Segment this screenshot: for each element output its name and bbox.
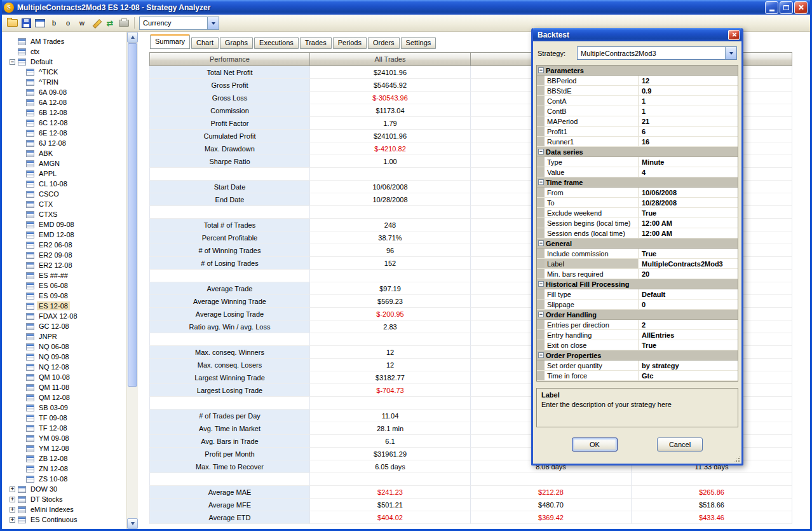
pgrid-row[interactable]: Set order quantityby strategy xyxy=(537,361,738,371)
tab-trades[interactable]: Trades xyxy=(300,37,332,49)
tab-executions[interactable]: Executions xyxy=(254,37,299,49)
tree-item[interactable]: ER2 12-08 xyxy=(2,260,138,270)
dialog-close-button[interactable] xyxy=(728,30,740,40)
tree-expand-icon[interactable]: + xyxy=(10,517,15,523)
tree-item[interactable]: GC 12-08 xyxy=(2,321,138,331)
pgrid-row[interactable]: LabelMultipleContracts2Mod3 xyxy=(537,259,738,269)
tree-item[interactable]: TF 12-08 xyxy=(2,423,138,433)
tree-item[interactable]: 6J 12-08 xyxy=(2,138,138,148)
column-header[interactable]: Performance xyxy=(149,52,310,66)
collapse-icon[interactable]: − xyxy=(538,149,544,155)
tree-item[interactable]: ER2 06-08 xyxy=(2,240,138,250)
scroll-thumb[interactable] xyxy=(128,43,137,387)
tree-item[interactable]: ES 06-08 xyxy=(2,280,138,291)
pgrid-row[interactable]: Slippage0 xyxy=(537,300,738,310)
tree-item[interactable]: APPL xyxy=(2,169,138,179)
tab-summary[interactable]: Summary xyxy=(150,34,190,49)
tree-item[interactable]: JNPR xyxy=(2,331,138,341)
tree-item[interactable]: QM 10-08 xyxy=(2,372,138,382)
tree-item[interactable]: CTXS xyxy=(2,209,138,219)
tree-item[interactable]: EMD 09-08 xyxy=(2,219,138,230)
tree-item[interactable]: CSCO xyxy=(2,189,138,199)
tree-item[interactable]: −Default xyxy=(2,57,138,67)
pgrid-row[interactable]: TypeMinute xyxy=(537,157,738,167)
ok-button[interactable]: OK xyxy=(572,438,618,452)
pgrid-row[interactable]: Exclude weekendTrue xyxy=(537,208,738,218)
pgrid-row[interactable]: Runner116 xyxy=(537,137,738,147)
pgrid-category[interactable]: −Data series xyxy=(537,147,738,157)
collapse-icon[interactable]: − xyxy=(538,179,544,185)
pgrid-row[interactable]: Fill typeDefault xyxy=(537,289,738,300)
pgrid-category[interactable]: −Parameters xyxy=(537,66,738,76)
tree-item[interactable]: +DT Stocks xyxy=(2,494,138,504)
toolbar-save-button[interactable] xyxy=(19,16,33,30)
pgrid-row[interactable]: BBStdE0.9 xyxy=(537,86,738,96)
tree-item[interactable]: ^TICK xyxy=(2,67,138,77)
pgrid-row[interactable]: Profit16 xyxy=(537,127,738,137)
tree-item[interactable]: ES 09-08 xyxy=(2,291,138,301)
toolbar-letter-o-button[interactable]: o xyxy=(61,16,75,30)
tree-collapse-icon[interactable]: − xyxy=(10,59,15,65)
tree-item[interactable]: ^TRIN xyxy=(2,77,138,87)
tab-graphs[interactable]: Graphs xyxy=(220,37,253,49)
tree-item[interactable]: AMGN xyxy=(2,158,138,169)
tree-item[interactable]: NQ 09-08 xyxy=(2,352,138,362)
tree-item[interactable]: AM Trades xyxy=(2,36,138,46)
tree-expand-icon[interactable]: + xyxy=(10,497,15,502)
tab-orders[interactable]: Orders xyxy=(368,37,400,49)
tree-item[interactable]: 6C 12-08 xyxy=(2,118,138,128)
pgrid-category[interactable]: −Order Handling xyxy=(537,310,738,320)
tab-chart[interactable]: Chart xyxy=(191,37,219,49)
close-button[interactable] xyxy=(794,1,808,14)
tree-item[interactable]: ES 12-08 xyxy=(2,301,138,311)
collapse-icon[interactable]: − xyxy=(538,281,544,287)
pgrid-row[interactable]: Exit on closeTrue xyxy=(537,340,738,350)
tree-expand-icon[interactable]: + xyxy=(10,486,15,492)
strategy-dropdown-button[interactable] xyxy=(725,47,736,59)
scroll-down-button[interactable] xyxy=(127,518,138,529)
pgrid-category[interactable]: −General xyxy=(537,238,738,249)
tab-settings[interactable]: Settings xyxy=(401,37,436,49)
pgrid-row[interactable]: Min. bars required20 xyxy=(537,269,738,279)
tree-item[interactable]: 6B 12-08 xyxy=(2,107,138,118)
tree-item[interactable]: ER2 09-08 xyxy=(2,250,138,260)
tree-item[interactable]: CL 10-08 xyxy=(2,179,138,189)
tree-item[interactable]: ZS 10-08 xyxy=(2,474,138,484)
toolbar-letter-b-button[interactable]: b xyxy=(47,16,61,30)
currency-combobox[interactable]: Currency xyxy=(139,17,219,30)
pgrid-row[interactable]: Entries per direction2 xyxy=(537,320,738,330)
scroll-up-button[interactable] xyxy=(127,32,138,43)
tree-item[interactable]: 6A 12-08 xyxy=(2,97,138,107)
pgrid-row[interactable]: Entry handlingAllEntries xyxy=(537,330,738,340)
tree-item[interactable]: FDAX 12-08 xyxy=(2,311,138,321)
strategy-combobox[interactable]: MultipleContracts2Mod3 xyxy=(577,46,737,60)
currency-dropdown-button[interactable] xyxy=(207,17,219,29)
pgrid-row[interactable]: From10/06/2008 xyxy=(537,188,738,198)
tree-item[interactable]: NQ 12-08 xyxy=(2,362,138,372)
toolbar-window-button[interactable] xyxy=(33,16,47,30)
pgrid-row[interactable]: Time in forceGtc xyxy=(537,371,738,381)
tab-periods[interactable]: Periods xyxy=(333,37,367,49)
tree-scrollbar[interactable] xyxy=(126,32,138,529)
toolbar-letter-w-button[interactable]: w xyxy=(75,16,89,30)
column-header[interactable]: All Trades xyxy=(310,52,471,66)
tree-item[interactable]: QM 11-08 xyxy=(2,382,138,392)
pgrid-row[interactable]: ContA1 xyxy=(537,96,738,106)
tree-item[interactable]: 6E 12-08 xyxy=(2,128,138,138)
pgrid-row[interactable]: ContB1 xyxy=(537,106,738,116)
tree-item[interactable]: ZN 12-08 xyxy=(2,464,138,474)
tree-item[interactable]: EMD 12-08 xyxy=(2,230,138,240)
tree-item[interactable]: +eMini Indexes xyxy=(2,504,138,514)
pgrid-row[interactable]: MAPeriod21 xyxy=(537,116,738,127)
tree-item[interactable]: CTX xyxy=(2,199,138,209)
toolbar-print-button[interactable] xyxy=(117,16,131,30)
collapse-icon[interactable]: − xyxy=(538,240,544,246)
title-bar[interactable]: S MultipleContracts2Mod3 ES 12-08 - Stra… xyxy=(2,0,810,15)
pgrid-row[interactable]: Session begins (local time)12:00 AM xyxy=(537,218,738,228)
tree-expand-icon[interactable]: + xyxy=(10,507,15,513)
pgrid-category[interactable]: −Historical Fill Processing xyxy=(537,279,738,289)
collapse-icon[interactable]: − xyxy=(538,312,544,317)
pgrid-category[interactable]: −Order Properties xyxy=(537,350,738,361)
collapse-icon[interactable]: − xyxy=(538,67,544,73)
tree-item[interactable]: NQ 06-08 xyxy=(2,341,138,352)
